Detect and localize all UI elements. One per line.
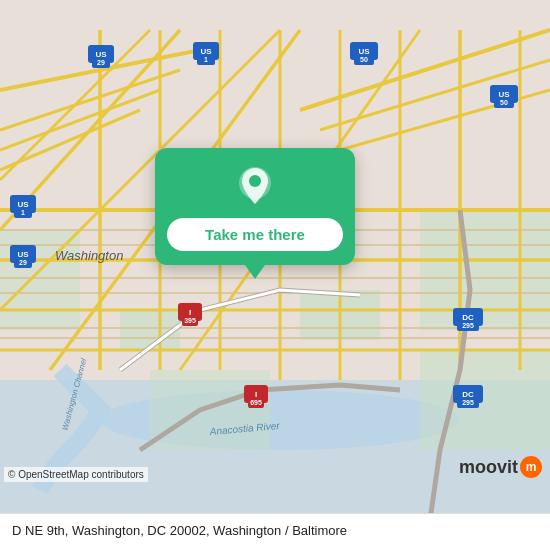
svg-line-37 — [0, 30, 150, 180]
svg-text:295: 295 — [462, 322, 474, 329]
moovit-icon: m — [520, 456, 542, 478]
svg-text:29: 29 — [19, 259, 27, 266]
svg-text:50: 50 — [360, 56, 368, 63]
svg-text:50: 50 — [500, 99, 508, 106]
svg-text:US: US — [17, 200, 29, 209]
location-pin-icon — [232, 164, 278, 210]
svg-text:US: US — [498, 90, 510, 99]
svg-line-9 — [0, 70, 180, 130]
svg-text:I: I — [255, 390, 257, 399]
svg-text:1: 1 — [204, 56, 208, 63]
svg-text:295: 295 — [462, 399, 474, 406]
info-bar: D NE 9th, Washington, DC 20002, Washingt… — [0, 513, 550, 550]
svg-text:Washington: Washington — [55, 248, 123, 263]
svg-text:I: I — [189, 308, 191, 317]
svg-text:US: US — [200, 47, 212, 56]
address-line: D NE 9th, Washington, DC 20002, Washingt… — [12, 522, 538, 540]
svg-text:US: US — [17, 250, 29, 259]
moovit-text: moovit — [459, 457, 518, 478]
popup-card: Take me there — [155, 148, 355, 265]
svg-rect-5 — [420, 350, 550, 450]
svg-text:DC: DC — [462, 313, 474, 322]
svg-point-82 — [249, 175, 261, 187]
svg-rect-7 — [150, 370, 270, 450]
svg-text:US: US — [358, 47, 370, 56]
svg-text:395: 395 — [184, 317, 196, 324]
take-me-there-button[interactable]: Take me there — [167, 218, 343, 251]
svg-text:695: 695 — [250, 399, 262, 406]
svg-text:29: 29 — [97, 59, 105, 66]
map-attribution: © OpenStreetMap contributors — [4, 467, 148, 482]
svg-text:1: 1 — [21, 209, 25, 216]
moovit-logo: moovit m — [459, 456, 542, 478]
map-container: US 29 US 1 US 50 US 50 US 1 US 29 I 395 — [0, 0, 550, 550]
svg-text:DC: DC — [462, 390, 474, 399]
svg-text:US: US — [95, 50, 107, 59]
svg-rect-4 — [420, 210, 550, 330]
